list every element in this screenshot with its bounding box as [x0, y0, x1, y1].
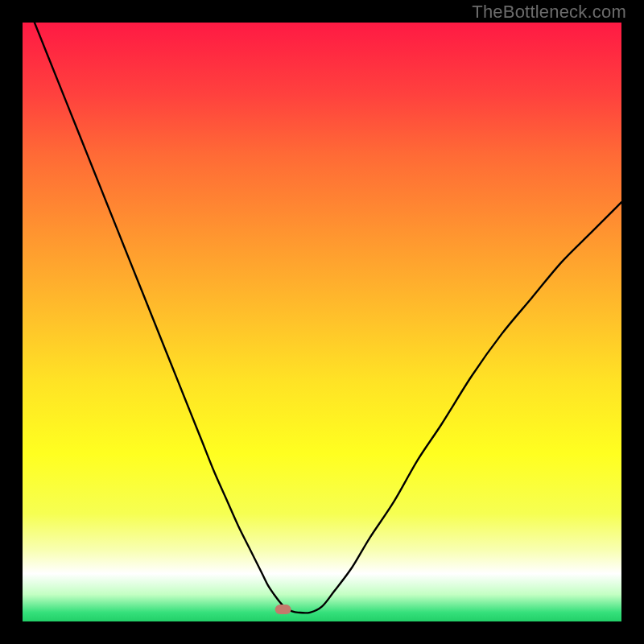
min-marker: [275, 605, 291, 614]
bottleneck-chart: [23, 23, 621, 621]
plot-area: [23, 23, 621, 621]
gradient-background: [23, 23, 621, 621]
chart-frame: TheBottleneck.com: [0, 0, 644, 644]
watermark-text: TheBottleneck.com: [472, 2, 626, 23]
